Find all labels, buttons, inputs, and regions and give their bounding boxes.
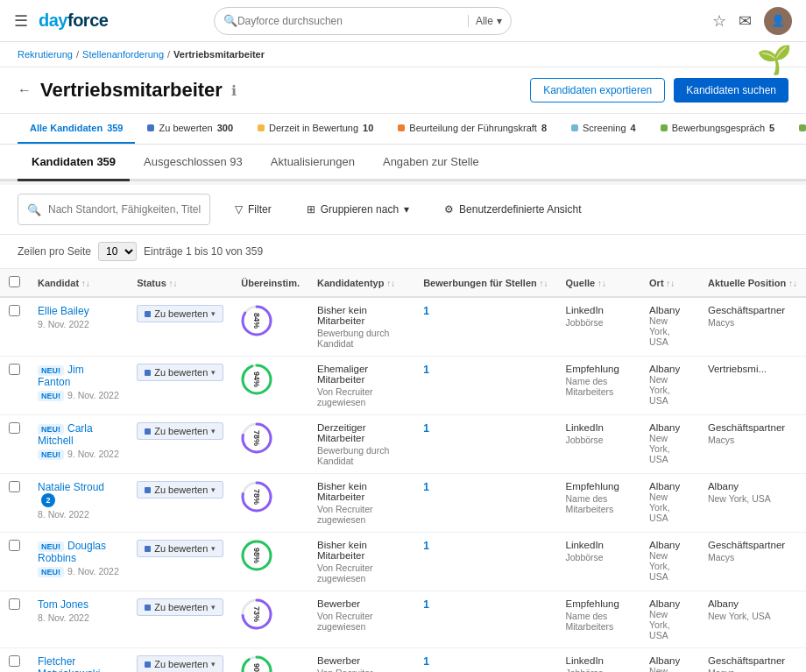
position-text-1: Vertriebsmi...: [708, 364, 797, 374]
avatar[interactable]: 👤: [764, 7, 792, 35]
sort-icon-1: ↑↓: [166, 279, 178, 288]
group-icon: ⊞: [307, 203, 315, 216]
status-tab-1[interactable]: Zu bewerten 300: [135, 114, 245, 144]
status-tab-6[interactable]: Jobangebot 3: [787, 114, 806, 144]
apps-count-0[interactable]: 1: [423, 305, 429, 317]
col-header-4[interactable]: Bewerbungen für Stellen ↑↓: [414, 269, 556, 297]
col-header-1[interactable]: Status ↑↓: [128, 269, 232, 297]
status-tab-2[interactable]: Derzeit in Bewertung 10: [245, 114, 385, 144]
row-checkbox-0[interactable]: [9, 305, 20, 316]
col-header-7[interactable]: Aktuelle Position ↑↓: [699, 269, 806, 297]
candidate-link-2[interactable]: NEU!Carla Mitchell: [38, 422, 119, 447]
status-tab-3[interactable]: Beurteilung der Führungskraft 8: [385, 114, 559, 144]
position-sub-0: Macys: [708, 317, 797, 328]
badge-count-3: 2: [41, 493, 55, 507]
group-by-button[interactable]: ⊞ Gruppieren nach ▾: [296, 198, 420, 221]
col-header-3[interactable]: Kandidatentyp ↑↓: [308, 269, 414, 297]
row-checkbox-3[interactable]: [9, 481, 20, 492]
location-cell-0: Albany New York, USA: [640, 297, 699, 357]
source-cell-6: LinkedIn Jobbörse: [557, 648, 641, 673]
rows-select[interactable]: 10 25 50: [98, 242, 137, 261]
status-dropdown-icon-0[interactable]: ▾: [211, 309, 216, 318]
status-dropdown-icon-3[interactable]: ▾: [211, 485, 216, 494]
status-dropdown-icon-6[interactable]: ▾: [211, 660, 216, 668]
main-tab-3[interactable]: Angaben zur Stelle: [369, 145, 493, 181]
match-value-2: 78%: [252, 430, 261, 446]
sort-icon-7: ↑↓: [786, 279, 797, 288]
col-header-0[interactable]: Kandidat ↑↓: [29, 269, 128, 297]
apps-count-6[interactable]: 1: [423, 655, 429, 668]
status-dropdown-icon-4[interactable]: ▾: [211, 544, 216, 553]
status-dropdown-icon-1[interactable]: ▾: [211, 368, 216, 377]
global-search-input[interactable]: [237, 15, 468, 27]
col-header-6[interactable]: Ort ↑↓: [640, 269, 699, 297]
filter-label: Filter: [248, 203, 272, 216]
table-header: Kandidat ↑↓Status ↑↓Übereinstim.Kandidat…: [0, 269, 806, 297]
breadcrumb-rekrutierung[interactable]: Rekrutierung: [18, 49, 73, 60]
search-scope-selector[interactable]: Alle ▾: [468, 15, 502, 27]
custom-view-button[interactable]: ⚙ Benutzerdefinierte Ansicht: [434, 198, 591, 221]
candidate-search-input[interactable]: [48, 203, 201, 216]
apps-count-3[interactable]: 1: [423, 481, 429, 493]
rows-per-page-select[interactable]: 10 25 50: [98, 242, 137, 261]
status-pill-6[interactable]: Zu bewerten ▾: [137, 655, 223, 672]
row-checkbox-1[interactable]: [9, 364, 20, 375]
main-tab-0[interactable]: Kandidaten 359: [18, 145, 130, 181]
back-button[interactable]: ←: [18, 82, 32, 98]
group-label: Gruppieren nach: [321, 203, 399, 216]
candidate-link-4[interactable]: NEU!Douglas Robbins: [38, 540, 119, 564]
status-dropdown-icon-5[interactable]: ▾: [211, 603, 216, 612]
filter-icon: ▽: [235, 203, 243, 216]
source-name-2: LinkedIn: [566, 422, 633, 433]
cand-type-sub-5: Von Recruiter zugewiesen: [317, 611, 406, 632]
filter-button[interactable]: ▽ Filter: [224, 198, 282, 221]
row-checkbox-4[interactable]: [9, 540, 20, 551]
position-text-2: Geschäftspartner: [708, 422, 797, 433]
row-checkbox-5[interactable]: [9, 598, 20, 610]
hamburger-icon[interactable]: ☰: [14, 11, 28, 31]
apps-count-2[interactable]: 1: [423, 422, 429, 435]
status-pill-3[interactable]: Zu bewerten ▾: [137, 481, 223, 499]
export-candidates-button[interactable]: Kandidaten exportieren: [530, 78, 665, 103]
search-candidates-button[interactable]: Kandidaten suchen: [674, 78, 788, 103]
candidate-link-3[interactable]: Natalie Stroud: [38, 481, 119, 493]
status-pill-1[interactable]: Zu bewerten ▾: [137, 364, 223, 381]
status-tab-4[interactable]: Screening 4: [559, 114, 648, 144]
apps-count-1[interactable]: 1: [423, 364, 429, 376]
select-all-checkbox[interactable]: [9, 276, 20, 287]
main-tab-1[interactable]: Ausgeschlossen 93: [130, 145, 257, 181]
apps-count-5[interactable]: 1: [423, 598, 429, 611]
row-checkbox-6[interactable]: [9, 655, 20, 667]
status-tab-5[interactable]: Bewerbungsgespräch 5: [648, 114, 788, 144]
global-search-bar[interactable]: 🔍 Alle ▾: [214, 7, 512, 35]
new-badge-4: NEU!: [38, 541, 64, 552]
info-icon[interactable]: ℹ: [231, 82, 237, 99]
status-tab-0[interactable]: Alle Kandidaten 359: [18, 114, 135, 144]
candidate-link-0[interactable]: Ellie Bailey: [38, 305, 119, 317]
status-pill-0[interactable]: Zu bewerten ▾: [137, 305, 223, 322]
apps-count-4[interactable]: 1: [423, 540, 429, 552]
match-cell-1: 94%: [232, 357, 308, 415]
candidate-link-1[interactable]: NEU!Jim Fanton: [38, 364, 119, 388]
candidate-link-6[interactable]: Fletcher Matyjakowski: [38, 655, 119, 672]
status-pill-4[interactable]: Zu bewerten ▾: [137, 540, 223, 557]
notifications-icon[interactable]: ☆: [712, 11, 726, 31]
status-pill-5[interactable]: Zu bewerten ▾: [137, 598, 223, 616]
cand-type-cell-3: Bisher kein Mitarbeiter Von Recruiter zu…: [308, 474, 414, 533]
page-header-right: Kandidaten exportieren Kandidaten suchen: [530, 78, 788, 103]
main-tab-2[interactable]: Aktualisierungen: [257, 145, 369, 181]
status-dropdown-icon-2[interactable]: ▾: [211, 427, 216, 435]
candidate-name-cell-6: Fletcher Matyjakowski8. Nov. 2022: [29, 648, 128, 673]
location-cell-6: Albany New York, USA: [640, 648, 699, 673]
candidate-link-5[interactable]: Tom Jones: [38, 598, 119, 611]
candidate-search-filter[interactable]: 🔍: [18, 194, 210, 225]
col-header-5[interactable]: Quelle ↑↓: [557, 269, 641, 297]
candidate-name-cell-3: Natalie Stroud28. Nov. 2022: [29, 474, 128, 533]
breadcrumb-stellenanforderung[interactable]: Stellenanforderung: [82, 49, 164, 60]
candidate-date-3: 8. Nov. 2022: [38, 509, 119, 520]
row-checkbox-2[interactable]: [9, 422, 20, 434]
status-pill-2[interactable]: Zu bewerten ▾: [137, 422, 223, 440]
messages-icon[interactable]: ✉: [739, 11, 752, 31]
col-header-2[interactable]: Übereinstim.: [232, 269, 308, 297]
rows-per-page-label: Zeilen pro Seite: [18, 245, 91, 258]
